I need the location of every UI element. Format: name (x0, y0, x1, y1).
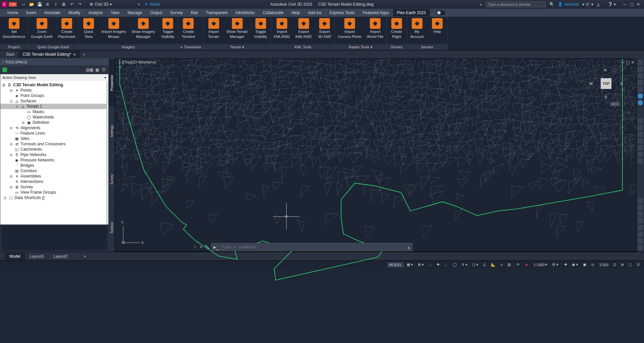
panel-label[interactable]: ∞ Timeviews (178, 44, 203, 50)
nav-home-icon[interactable] (638, 66, 643, 72)
workspace-switcher[interactable]: ⚙ Civil 3D ▾ (87, 2, 114, 7)
tool-3-icon[interactable] (638, 132, 643, 137)
tree-item-terrain-[interactable]: ⊟◬Terrain 1 (0, 104, 106, 109)
menu-rail[interactable]: Rail (187, 9, 202, 16)
tool-b1-icon[interactable] (638, 198, 643, 203)
help-icon[interactable]: ❔ ▾ (608, 2, 616, 7)
ribbon-create-button[interactable]: ◆CreateFlight (387, 17, 407, 44)
redo-icon[interactable]: ↷ (77, 2, 83, 7)
tool-6-icon[interactable] (638, 152, 643, 157)
viewcube-west[interactable]: W (589, 82, 593, 86)
vp-minimize-icon[interactable]: — (621, 60, 625, 65)
layout-tab-layout1[interactable]: Layout1 (25, 253, 49, 260)
restore-icon[interactable]: ▢ (629, 2, 634, 7)
tool-b4-icon[interactable] (638, 218, 643, 224)
panel-label[interactable]: Raster Tools ▾ (335, 44, 386, 50)
viewcube-south[interactable]: S (605, 95, 607, 99)
command-input[interactable] (221, 245, 405, 249)
nav-pan-icon[interactable] (638, 80, 643, 85)
panel-label[interactable]: KML Tools (271, 44, 335, 50)
tree-item-bridges[interactable]: ⌒Bridges (0, 163, 106, 168)
menu-modify[interactable]: Modify (64, 9, 84, 16)
add-layout-icon[interactable]: + (79, 253, 91, 260)
tree-item-alignments[interactable]: ⊞⟲Alignments (0, 125, 106, 131)
tree-item-definition[interactable]: ⊞▣Definition (0, 120, 106, 125)
tree-item-catchments[interactable]: ◱Catchments (0, 147, 106, 152)
account-button[interactable]: 👤 vsoulioti (558, 2, 579, 7)
tool-1-icon[interactable] (638, 118, 643, 124)
menu-add-ins[interactable]: Add-ins (304, 9, 326, 16)
toolspace-tab-settings[interactable]: Settings (109, 107, 115, 155)
globe2-icon[interactable] (638, 100, 643, 105)
cart-dropdown-icon[interactable]: ▾ 🛒 ▾ (582, 2, 594, 7)
tree-item-feature-lines[interactable]: 〰Feature Lines (0, 131, 106, 136)
layout-tab-layout2[interactable]: Layout2 (49, 253, 72, 260)
menu-help[interactable]: Help (288, 9, 304, 16)
tree-item-pipe-networks[interactable]: ⊞♁Pipe Networks (0, 152, 106, 157)
menu-home[interactable]: Home (3, 9, 22, 16)
menu-output[interactable]: Output (146, 9, 166, 16)
viewcube[interactable]: TOP N S E W WCS (589, 67, 623, 100)
ribbon-toggle-button[interactable]: ◆ToggleVisibility (251, 17, 271, 44)
tree-item-points[interactable]: ⊞✦Points (0, 88, 106, 93)
app-logo-icon[interactable]: C (1, 1, 7, 7)
tree-item-data-shortcuts-[interactable]: ⊟▢Data Shortcuts [] (0, 195, 106, 200)
tree-root[interactable]: ⊟🗋C3D Terrain Model Editing (0, 82, 106, 88)
tree-item-sites[interactable]: ▦Sites (0, 136, 106, 141)
viewcube-face[interactable]: TOP (601, 78, 611, 89)
tool-b2-icon[interactable] (638, 205, 643, 210)
drawing-state-icon[interactable] (2, 67, 7, 72)
tree-scrollbar[interactable] (106, 81, 108, 225)
share-button[interactable]: ✈ Share (145, 2, 160, 7)
ribbon-set-button[interactable]: ◆SetGeoreference (0, 17, 28, 44)
help-icon[interactable]: ? (101, 67, 106, 72)
viewport-label[interactable]: [–][Top][2D Wireframe] (119, 60, 156, 64)
saveweb-icon[interactable]: ⇪ (53, 2, 58, 7)
tree-item-surfaces[interactable]: ⊟◬Surfaces (0, 98, 106, 104)
menu-annotate[interactable]: Annotate (40, 9, 64, 16)
search-input[interactable]: Type a keyword or phrase (486, 1, 546, 7)
start-tab[interactable]: Start (2, 51, 18, 58)
viewcube-east[interactable]: E (621, 82, 623, 86)
tool-b7-icon[interactable] (638, 238, 643, 244)
vp-close-icon[interactable]: ✕ (631, 60, 634, 65)
tree-item-pressure-networks[interactable]: ◉Pressure Networks (0, 157, 106, 163)
menu-survey[interactable]: Survey (166, 9, 187, 16)
command-input-box[interactable]: ▸_ ▴ (211, 243, 412, 251)
save-icon[interactable]: 💾 (37, 2, 42, 7)
autodesk-icon[interactable]: ◬ (597, 2, 600, 7)
tree-item-view-frame-groups[interactable]: ▭View Frame Groups (0, 190, 106, 195)
ribbon-import-button[interactable]: ◆ImportTerrain (204, 17, 224, 44)
ribbon-create-button[interactable]: ◆CreateTimeline (178, 17, 198, 44)
search-icon[interactable]: 🔍 (549, 2, 554, 7)
nav-zoom-icon[interactable] (638, 87, 643, 92)
tree-item-point-groups[interactable]: ◈Point Groups (0, 93, 106, 98)
dropdown-2-icon[interactable]: ▾ (138, 2, 140, 7)
menu-view[interactable]: View (107, 9, 123, 16)
cmd-close-icon[interactable]: ✕ (199, 245, 203, 249)
cmd-history-icon[interactable]: ▴ (407, 244, 410, 250)
menu-plex-earth-2023[interactable]: Plex-Earth 2023 (393, 9, 430, 16)
open-icon[interactable]: 📂 (29, 2, 34, 7)
viewport-gizmo-icon[interactable]: ⤧ (118, 65, 121, 69)
saveas-icon[interactable]: 🗎 (45, 2, 50, 7)
menu-analyze[interactable]: Analyze (84, 9, 107, 16)
close-tab-icon[interactable]: ✕ (73, 53, 76, 56)
tree-item-turnouts-and-crossovers[interactable]: ⊞⇄Turnouts and Crossovers (0, 141, 106, 147)
menu-insert[interactable]: Insert (22, 9, 40, 16)
ribbon-help-button[interactable]: ◆Help (427, 17, 447, 44)
close-icon[interactable]: ✕ (636, 2, 641, 7)
tree-item-assemblies[interactable]: ⊞✶Assemblies (0, 174, 106, 179)
wcs-label[interactable]: WCS (610, 102, 620, 106)
drag-handle-icon[interactable]: ⠿ (194, 245, 197, 249)
viewport[interactable]: [–][Top][2D Wireframe] ⤧ — ▢ ✕ TOP N S E… (115, 58, 637, 252)
ribbon-import-button[interactable]: ◆ImportWorld File (364, 17, 386, 44)
panel-label[interactable]: Service (407, 44, 447, 50)
menu-collaborate[interactable]: Collaborate (259, 9, 287, 16)
undo-icon[interactable]: ↶ (69, 2, 75, 7)
ribbon-export-button[interactable]: ◆ExportKML/KMZ (293, 17, 315, 44)
menu-infraworks[interactable]: InfraWorks (232, 9, 259, 16)
ribbon-import-imagery-button[interactable]: ◆Import ImageryMosaic (99, 17, 129, 44)
ribbon-zoom-button[interactable]: ◆ZoomGoogle Earth (28, 17, 55, 44)
tree-item-masks[interactable]: ▭Masks (0, 109, 106, 114)
